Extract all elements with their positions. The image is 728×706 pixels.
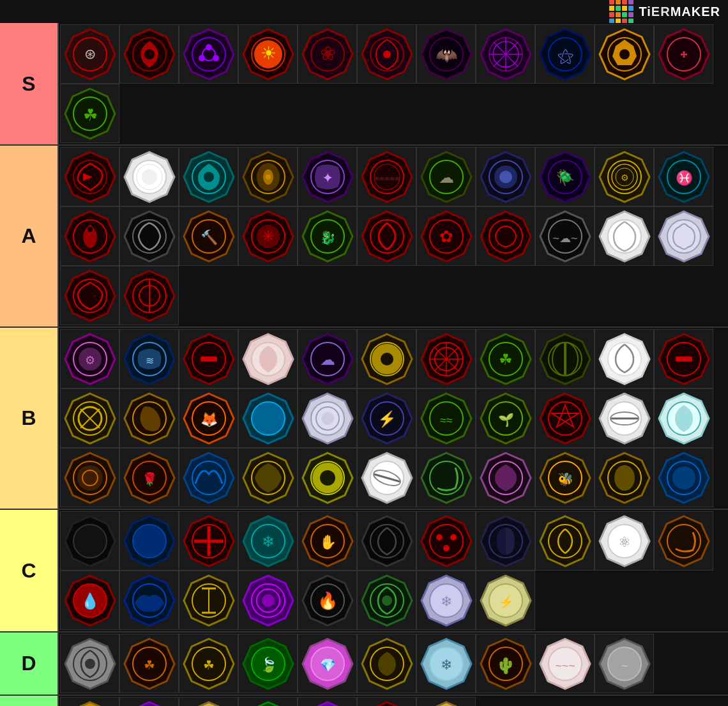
list-item[interactable]: 🕷 (357, 697, 416, 706)
list-item[interactable] (60, 388, 119, 448)
list-item[interactable] (476, 206, 535, 266)
list-item[interactable]: ☘ (476, 329, 535, 388)
list-item[interactable] (476, 511, 535, 571)
list-item[interactable]: ~☁~ (535, 206, 595, 266)
list-item[interactable] (416, 448, 476, 507)
list-item[interactable]: ᛭ (654, 24, 713, 84)
list-item[interactable]: 🪲 (535, 147, 595, 206)
list-item[interactable] (654, 511, 713, 571)
list-item[interactable] (179, 329, 238, 388)
list-item[interactable] (119, 24, 179, 84)
list-item[interactable]: 🌱 (476, 388, 535, 448)
list-item[interactable] (119, 147, 179, 206)
list-item[interactable]: ⚛ (595, 511, 654, 571)
list-item[interactable] (416, 511, 476, 571)
list-item[interactable] (179, 511, 238, 571)
list-item[interactable] (238, 571, 298, 630)
list-item[interactable] (238, 329, 298, 388)
list-item[interactable] (595, 24, 654, 84)
list-item[interactable] (119, 571, 179, 630)
list-item[interactable] (179, 24, 238, 84)
list-item[interactable]: ❄ (416, 634, 476, 693)
list-item[interactable]: ☀ (238, 24, 298, 84)
list-item[interactable] (654, 448, 713, 507)
list-item[interactable]: ⚡ (357, 388, 416, 448)
list-item[interactable]: ≋≋≋≋≋ (357, 147, 416, 206)
list-item[interactable]: 🐝 (535, 448, 595, 507)
list-item[interactable]: 🌵 (476, 634, 535, 693)
list-item[interactable]: 💧 (60, 571, 119, 630)
list-item[interactable] (238, 448, 298, 507)
list-item[interactable] (298, 448, 357, 507)
list-item[interactable] (654, 206, 713, 266)
list-item[interactable]: 🐉 (298, 206, 357, 266)
list-item[interactable] (357, 634, 416, 693)
list-item[interactable] (654, 388, 713, 448)
list-item[interactable] (357, 511, 416, 571)
list-item[interactable] (60, 206, 119, 266)
list-item[interactable] (476, 448, 535, 507)
list-item[interactable]: 🍃 (238, 634, 298, 693)
list-item[interactable] (60, 266, 119, 325)
list-item[interactable]: ☘ (179, 634, 238, 693)
list-item[interactable]: ✿ (416, 697, 476, 706)
list-item[interactable]: ⚙ (60, 329, 119, 388)
list-item[interactable] (179, 448, 238, 507)
list-item[interactable]: 🎩 (60, 697, 119, 706)
list-item[interactable]: ⊛ (60, 24, 119, 84)
list-item[interactable] (535, 329, 595, 388)
list-item[interactable] (476, 24, 535, 84)
list-item[interactable]: ☘ (60, 84, 119, 143)
list-item[interactable]: 🦊 (179, 388, 238, 448)
list-item[interactable] (476, 147, 535, 206)
list-item[interactable] (416, 329, 476, 388)
list-item[interactable]: 🔥 (298, 571, 357, 630)
list-item[interactable] (238, 388, 298, 448)
list-item[interactable] (119, 206, 179, 266)
list-item[interactable] (119, 266, 179, 325)
list-item[interactable]: ~~~ (535, 634, 595, 693)
list-item[interactable] (119, 388, 179, 448)
list-item[interactable]: 🌹 (119, 448, 179, 507)
list-item[interactable] (179, 147, 238, 206)
list-item[interactable] (595, 388, 654, 448)
list-item[interactable] (119, 697, 179, 706)
list-item[interactable] (595, 206, 654, 266)
list-item[interactable] (238, 697, 298, 706)
list-item[interactable]: ≋ (119, 329, 179, 388)
list-item[interactable] (357, 571, 416, 630)
list-item[interactable]: ☘ (119, 634, 179, 693)
list-item[interactable]: ⚙ (595, 147, 654, 206)
list-item[interactable] (357, 329, 416, 388)
list-item[interactable]: ⚡ (476, 571, 535, 630)
list-item[interactable] (60, 634, 119, 693)
list-item[interactable] (357, 448, 416, 507)
list-item[interactable] (60, 448, 119, 507)
list-item[interactable]: ✦ (298, 147, 357, 206)
list-item[interactable] (595, 448, 654, 507)
list-item[interactable] (238, 147, 298, 206)
list-item[interactable]: ⚝ (535, 24, 595, 84)
list-item[interactable]: 💎 (298, 634, 357, 693)
list-item[interactable]: ✳ (238, 206, 298, 266)
list-item[interactable] (357, 206, 416, 266)
list-item[interactable]: ❄ (238, 511, 298, 571)
list-item[interactable]: 🔨 (179, 206, 238, 266)
list-item[interactable]: ~ (595, 634, 654, 693)
list-item[interactable]: ⚛ (298, 697, 357, 706)
list-item[interactable] (179, 697, 238, 706)
list-item[interactable]: ☁ (416, 147, 476, 206)
list-item[interactable] (298, 388, 357, 448)
list-item[interactable]: ❀ (298, 24, 357, 84)
list-item[interactable]: ❄ (416, 571, 476, 630)
list-item[interactable]: ♓ (654, 147, 713, 206)
list-item[interactable] (119, 511, 179, 571)
list-item[interactable]: ✿ (416, 206, 476, 266)
list-item[interactable]: ✋ (298, 511, 357, 571)
list-item[interactable] (535, 511, 595, 571)
list-item[interactable] (535, 388, 595, 448)
list-item[interactable]: 🦇 (416, 24, 476, 84)
list-item[interactable] (60, 511, 119, 571)
list-item[interactable]: ≈≈ (416, 388, 476, 448)
list-item[interactable] (60, 147, 119, 206)
